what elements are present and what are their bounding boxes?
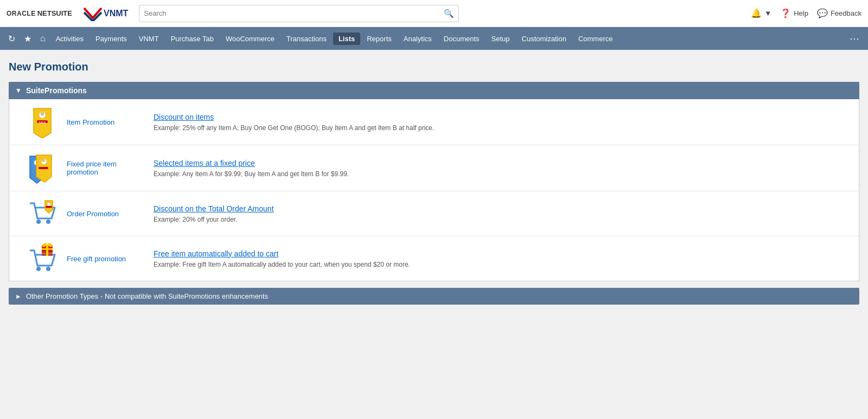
other-promotions-section[interactable]: ► Other Promotion Types - Not compatible… (9, 288, 859, 305)
nav-purchase-tab[interactable]: Purchase Tab (165, 33, 219, 45)
other-promotions-chevron: ► (15, 293, 22, 300)
nav-commerce[interactable]: Commerce (573, 33, 618, 45)
table-row: SALE Item Promotion Discount on items Ex… (9, 99, 859, 145)
vnmt-text: VNMT (104, 9, 128, 18)
page-title: New Promotion (9, 61, 859, 73)
svg-point-14 (47, 203, 50, 206)
svg-point-10 (42, 159, 45, 162)
svg-point-17 (46, 267, 50, 271)
discount-on-items-example: Example: 25% off any Item A; Buy One Get… (154, 124, 434, 132)
feedback-label: Feedback (831, 9, 861, 17)
suite-promotions-chevron: ▼ (15, 87, 22, 94)
fixed-price-link[interactable]: Fixed price item promotion (67, 160, 117, 176)
favorites-icon-btn[interactable]: ★ (20, 31, 35, 46)
promo-list: SALE Item Promotion Discount on items Ex… (9, 99, 859, 281)
other-promotions-label: Other Promotion Types - Not compatible w… (26, 292, 268, 300)
nav-reports[interactable]: Reports (361, 33, 397, 45)
nav-payments[interactable]: Payments (90, 33, 132, 45)
order-promotion-icon-cell (18, 198, 67, 229)
feedback-button[interactable]: 💬 Feedback (817, 8, 861, 18)
price-tags-icon (27, 152, 58, 184)
search-input[interactable] (144, 9, 444, 17)
free-gift-link[interactable]: Free gift promotion (67, 255, 126, 263)
nav-analytics[interactable]: Analytics (398, 33, 437, 45)
nav-woocommerce[interactable]: WooCommerce (220, 33, 280, 45)
navbar: ↻ ★ ⌂ Activities Payments VNMT Purchase … (0, 27, 868, 50)
discount-order-title[interactable]: Discount on the Total Order Amount (154, 204, 850, 213)
search-button[interactable]: 🔍 (444, 9, 454, 18)
selected-items-title[interactable]: Selected items at a fixed price (154, 159, 850, 167)
help-button[interactable]: ❓ Help (780, 8, 808, 18)
svg-rect-15 (46, 206, 52, 208)
svg-rect-9 (39, 167, 48, 169)
nav-setup[interactable]: Setup (486, 33, 515, 45)
order-promotion-link-cell: Order Promotion (67, 210, 154, 218)
nav-lists[interactable]: Lists (333, 33, 360, 45)
page-content: New Promotion ▼ SuitePromotions SALE (0, 50, 868, 419)
free-gift-icon-cell (18, 243, 67, 274)
nav-more-button[interactable]: ⋯ (845, 30, 864, 47)
svg-rect-21 (46, 245, 48, 256)
help-label: Help (794, 9, 808, 17)
order-promotion-link[interactable]: Order Promotion (67, 210, 119, 218)
discount-on-items-title[interactable]: Discount on items (154, 113, 850, 121)
svg-point-16 (36, 267, 41, 271)
suite-promotions-section: ▼ SuitePromotions SALE Item Promot (9, 82, 859, 281)
bell-icon: 🔔 (751, 8, 762, 18)
oracle-netsuite-logo: ORACLE NETSUITE (7, 9, 72, 17)
selected-items-example: Example: Any Item A for $9.99; Buy Item … (154, 170, 349, 178)
suite-promotions-header[interactable]: ▼ SuitePromotions (9, 82, 859, 99)
vnmt-logo-icon (83, 6, 103, 21)
svg-point-12 (46, 220, 50, 224)
discount-order-example: Example: 20% off your order. (154, 216, 238, 223)
notifications-button[interactable]: 🔔 ▼ (751, 8, 771, 18)
item-promotion-link[interactable]: Item Promotion (67, 118, 114, 126)
table-row: Free gift promotion Free item automatica… (9, 236, 859, 281)
shopping-cart-icon (27, 198, 58, 229)
home-icon-btn[interactable]: ⌂ (36, 31, 49, 46)
topbar: ORACLE NETSUITE VNMT 🔍 🔔 ▼ ❓ Help 💬 Feed… (0, 0, 868, 27)
topbar-right: 🔔 ▼ ❓ Help 💬 Feedback (751, 8, 861, 18)
netsuite-label: NETSUITE (37, 9, 72, 17)
item-promotion-link-cell: Item Promotion (67, 118, 154, 126)
nav-documents[interactable]: Documents (438, 33, 485, 45)
fixed-price-icon-cell (18, 152, 67, 184)
search-bar[interactable]: 🔍 (139, 5, 459, 22)
notifications-chevron: ▼ (764, 9, 771, 17)
table-row: Order Promotion Discount on the Total Or… (9, 191, 859, 236)
free-gift-link-cell: Free gift promotion (67, 255, 154, 263)
nav-customization[interactable]: Customization (516, 33, 572, 45)
free-item-example: Example: Free gift Item A automatically … (154, 261, 410, 268)
nav-vnmt[interactable]: VNMT (133, 33, 164, 45)
svg-text:SALE: SALE (39, 121, 46, 124)
oracle-label: ORACLE (7, 10, 36, 17)
recent-icon-btn[interactable]: ↻ (4, 31, 19, 46)
order-promotion-desc: Discount on the Total Order Amount Examp… (154, 204, 850, 223)
vnmt-logo: VNMT (83, 6, 128, 21)
item-promotion-desc: Discount on items Example: 25% off any I… (154, 113, 850, 132)
price-tag-icon: SALE (28, 106, 56, 138)
fixed-price-link-cell: Fixed price item promotion (67, 160, 154, 176)
svg-point-4 (41, 112, 44, 115)
svg-point-11 (36, 220, 41, 224)
free-item-title[interactable]: Free item automatically added to cart (154, 249, 850, 258)
suite-promotions-label: SuitePromotions (26, 86, 87, 95)
free-gift-desc: Free item automatically added to cart Ex… (154, 249, 850, 268)
help-icon: ❓ (780, 8, 791, 18)
fixed-price-desc: Selected items at a fixed price Example:… (154, 159, 850, 178)
table-row: Fixed price item promotion Selected item… (9, 145, 859, 191)
item-promotion-icon-cell: SALE (18, 106, 67, 138)
nav-activities[interactable]: Activities (50, 33, 89, 45)
feedback-icon: 💬 (817, 8, 828, 18)
free-gift-icon (27, 243, 58, 274)
nav-transactions[interactable]: Transactions (281, 33, 332, 45)
